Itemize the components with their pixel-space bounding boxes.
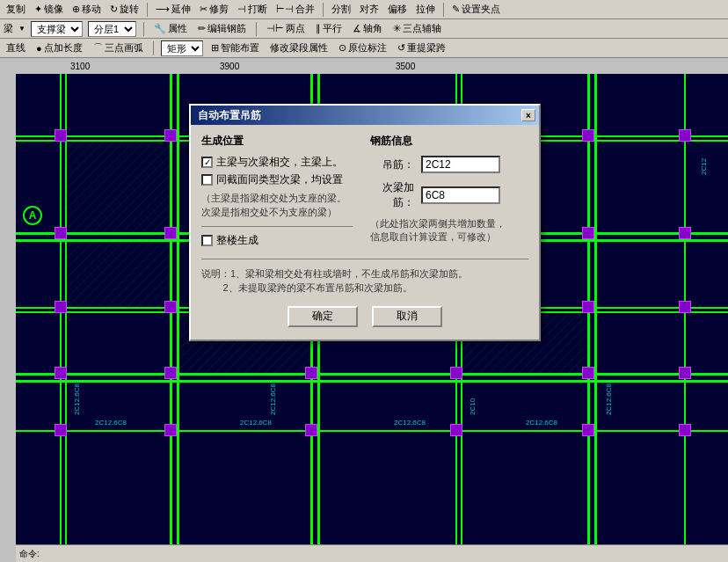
section-rebar-title: 钢筋信息 — [370, 134, 528, 149]
edit-rebar-btn[interactable]: ✏ 编辑钢筋 — [195, 21, 249, 36]
align-btn[interactable]: 对齐 — [357, 2, 382, 17]
checkbox3-label: 整楼生成 — [216, 234, 258, 248]
side-label-1: 2C12 — [700, 158, 708, 175]
beam-type-label: 梁 — [4, 22, 13, 35]
ok-button[interactable]: 确定 — [288, 306, 358, 327]
grip-btn[interactable]: ✎ 设置夹点 — [449, 2, 503, 17]
offset-btn[interactable]: 偏移 — [385, 2, 410, 17]
col-marker-25 — [164, 424, 177, 436]
col-marker-29 — [55, 424, 67, 436]
cancel-button[interactable]: 取消 — [372, 306, 442, 327]
toolbar-draw: 直线 ● 点加长度 ⌒ 三点画弧 矩形 ⊞ 智能布置 修改梁段属性 ⊙ 原位标注… — [0, 39, 728, 58]
copy-btn[interactable]: 复制 — [4, 2, 28, 17]
checkbox2-row: 同截面同类型次梁，均设置 — [201, 173, 353, 187]
col-marker-6 — [55, 129, 67, 142]
scale-3900: 3900 — [220, 58, 239, 74]
scale-3100: 3100 — [70, 58, 90, 74]
extend-btn[interactable]: ⟶ 延伸 — [153, 2, 193, 17]
shape-select[interactable]: 矩形 — [161, 40, 203, 56]
stretch-btn[interactable]: 拉伸 — [413, 2, 438, 17]
beam-h4b — [16, 380, 728, 383]
toolbar-edit: 复制 ✦ 镜像 ⊕ 移动 ↻ 旋转 ⟶ 延伸 ✂ 修剪 ⊣ 打断 ⊢⊣ 合并 分… — [0, 0, 728, 19]
move-btn[interactable]: ⊕ 移动 — [69, 2, 104, 17]
modify-beam-attr-btn[interactable]: 修改梁段属性 — [267, 40, 331, 55]
hatch1 — [65, 140, 171, 233]
checkbox-whole-floor[interactable] — [201, 235, 213, 246]
dialog-close-button[interactable]: × — [521, 109, 535, 121]
position-mark-btn[interactable]: ⊙ 原位标注 — [336, 40, 389, 55]
beam-h4 — [16, 373, 728, 376]
checkbox-same-type[interactable] — [201, 174, 213, 186]
two-point-btn[interactable]: ⊣⊢ 两点 — [264, 21, 308, 36]
parallel-btn[interactable]: ∥ 平行 — [313, 21, 345, 36]
vert-label-1: 2C12.6C8 — [73, 383, 81, 415]
rebar2-row: 次梁加筋： — [370, 180, 528, 210]
note1-text: （主梁是指梁相交处为支座的梁。次梁是指相交处不为支座的梁） — [201, 192, 353, 219]
col-marker-1 — [164, 129, 177, 142]
explain-text: 说明：1、梁和梁相交处有柱或墙时，不生成吊筋和次梁加筋。 2、未提取梁跨的梁不布… — [201, 266, 528, 296]
break-btn[interactable]: ⊣ 打断 — [235, 2, 270, 17]
axis-label-a: A — [23, 206, 42, 225]
dialog-body: 生成位置 主梁与次梁相交，主梁上。 同截面同类型次梁，均设置 （主梁是指梁相交处… — [191, 125, 539, 339]
dialog-columns: 生成位置 主梁与次梁相交，主梁上。 同截面同类型次梁，均设置 （主梁是指梁相交处… — [201, 134, 528, 252]
line-btn[interactable]: 直线 — [4, 40, 28, 55]
col-marker-5 — [679, 129, 691, 142]
reextract-span-btn[interactable]: ↺ 重提梁跨 — [395, 40, 448, 55]
col-marker-30 — [679, 424, 691, 436]
rotate-btn[interactable]: ↻ 旋转 — [107, 2, 142, 17]
explain-section: 说明：1、梁和梁相交处有柱或墙时，不生成吊筋和次梁加筋。 2、未提取梁跨的梁不布… — [201, 266, 528, 296]
beam-type-select[interactable]: 支撑梁 — [31, 21, 83, 37]
col-marker-10 — [582, 227, 594, 239]
status-text: 命令: — [19, 548, 40, 560]
dialog-title: 自动布置吊筋 — [198, 108, 261, 123]
vert-label-3: 2C10 — [469, 398, 477, 415]
col-marker-7 — [164, 227, 177, 239]
beam-v2b — [177, 74, 179, 544]
divider2 — [201, 259, 528, 259]
properties-btn[interactable]: 🔧 属性 — [151, 21, 190, 36]
three-point-axis-btn[interactable]: ✳ 三点辅轴 — [390, 21, 444, 36]
vert-label-4: 2C12.6C8 — [605, 383, 613, 415]
rebar1-label: 吊筋： — [370, 157, 414, 172]
dialog-left-section: 生成位置 主梁与次梁相交，主梁上。 同截面同类型次梁，均设置 （主梁是指梁相交处… — [201, 134, 353, 252]
trim-btn[interactable]: ✂ 修剪 — [197, 2, 231, 17]
beam-v5b — [594, 74, 597, 544]
col-marker-18 — [679, 301, 691, 313]
col-marker-16 — [582, 301, 594, 313]
smart-layout-btn[interactable]: ⊞ 智能布置 — [208, 40, 262, 55]
arc-btn[interactable]: ⌒ 三点画弧 — [91, 40, 146, 55]
merge-btn[interactable]: ⊢⊣ 合并 — [273, 2, 317, 17]
cad-application: 复制 ✦ 镜像 ⊕ 移动 ↻ 旋转 ⟶ 延伸 ✂ 修剪 ⊣ 打断 ⊢⊣ 合并 分… — [0, 0, 728, 562]
split-btn[interactable]: 分割 — [329, 2, 353, 17]
checkbox3-row: 整楼生成 — [201, 234, 353, 248]
mirror-btn[interactable]: ✦ 镜像 — [32, 2, 66, 17]
col-marker-17 — [55, 301, 67, 313]
col-marker-22 — [582, 367, 594, 379]
left-ruler — [0, 74, 16, 562]
divider1 — [201, 226, 353, 227]
col-marker-23 — [55, 367, 67, 379]
vert-label-2: 2C12.6C8 — [269, 383, 277, 415]
axis-angle-btn[interactable]: ∡ 轴角 — [350, 21, 385, 36]
col-marker-27 — [450, 424, 462, 436]
col-marker-21 — [450, 367, 462, 379]
point-length-btn[interactable]: ● 点加长度 — [33, 40, 85, 55]
beam-h5 — [16, 430, 728, 432]
layer-select[interactable]: 分层1 — [88, 21, 136, 37]
rebar1-input[interactable] — [421, 156, 500, 173]
rebar2-label: 次梁加筋： — [370, 180, 414, 210]
rebar-note: （此处指次梁两侧共增加数量，信息取自计算设置，可修改） — [370, 217, 528, 245]
col-marker-24 — [679, 367, 691, 379]
toolbar-beam: 梁 ▼ 支撑梁 分层1 🔧 属性 ✏ 编辑钢筋 ⊣⊢ 两点 ∥ 平行 ∡ 轴角 … — [0, 19, 728, 39]
dialog-buttons: 确定 取消 — [201, 306, 528, 331]
rebar1-row: 吊筋： — [370, 156, 528, 173]
checkbox1-label: 主梁与次梁相交，主梁上。 — [216, 156, 343, 170]
rebar2-input[interactable] — [421, 186, 500, 204]
checkbox-main-secondary[interactable] — [201, 157, 213, 168]
col-marker-26 — [305, 424, 317, 436]
horiz-label-1: 2C12.6C8 — [95, 419, 127, 427]
hatch2 — [65, 239, 171, 308]
col-marker-28 — [582, 424, 594, 436]
horiz-label-2: 2C12.6C8 — [240, 419, 272, 427]
col-marker-11 — [55, 227, 67, 239]
